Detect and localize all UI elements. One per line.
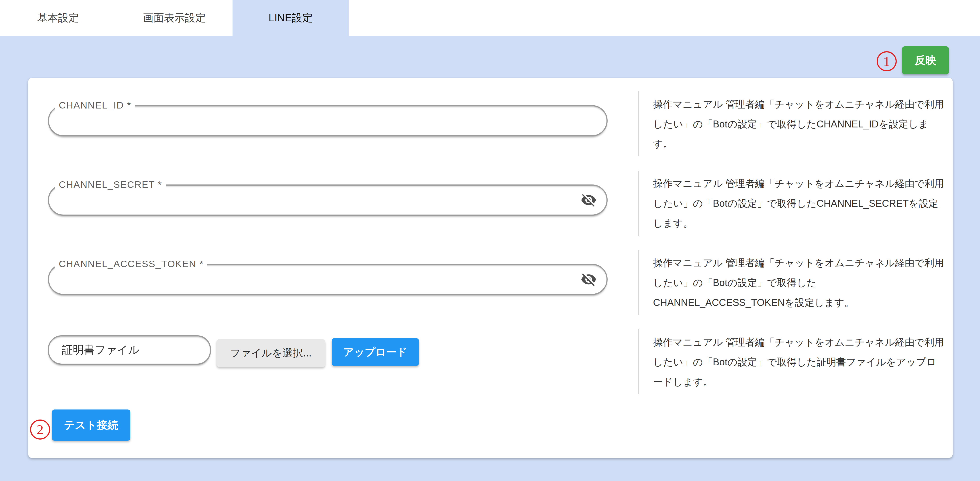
step-annotation-1-number: 1 — [883, 54, 890, 68]
certificate-help: 操作マニュアル 管理者編「チャットをオムニチャネル経由で利用 したい」の「Bot… — [638, 329, 949, 394]
tab-basic-settings[interactable]: 基本設定 — [0, 0, 116, 36]
upload-button[interactable]: アップロード — [332, 338, 419, 366]
step-annotation-2: 2 — [30, 419, 50, 440]
visibility-off-icon — [581, 271, 597, 287]
file-select-button[interactable]: ファイルを選択... — [216, 339, 325, 367]
channel-secret-help: 操作マニュアル 管理者編「チャットをオムニチャネル経由で利用 したい」の「Bot… — [638, 170, 949, 236]
step-annotation-2-number: 2 — [37, 423, 44, 436]
channel-access-token-input[interactable] — [61, 267, 570, 292]
channel-id-field[interactable]: CHANNEL_ID * — [48, 105, 608, 136]
channel-secret-input[interactable] — [61, 187, 570, 213]
channel-access-token-help-text: 操作マニュアル 管理者編「チャットをオムニチャネル経由で利用 したい」の「Bot… — [653, 253, 944, 312]
apply-button[interactable]: 反映 — [902, 46, 949, 75]
settings-card: CHANNEL_ID * 操作マニュアル 管理者編「チャットをオムニチャネル経由… — [28, 78, 953, 458]
channel-access-token-visibility-toggle[interactable] — [580, 271, 597, 288]
certificate-file-field[interactable]: 証明書ファイル — [48, 335, 211, 365]
content-area: 1 反映 CHANNEL_ID * 操作マニュアル 管理者編「チャットをオムニチ… — [0, 36, 980, 481]
tab-line-settings[interactable]: LINE設定 — [232, 0, 349, 36]
visibility-off-icon — [581, 192, 597, 208]
settings-tabbar: 基本設定 画面表示設定 LINE設定 — [0, 0, 980, 36]
channel-secret-field[interactable]: CHANNEL_SECRET * — [48, 185, 608, 216]
step-annotation-1: 1 — [877, 51, 897, 71]
test-connection-button[interactable]: テスト接続 — [52, 409, 130, 441]
channel-access-token-help: 操作マニュアル 管理者編「チャットをオムニチャネル経由で利用 したい」の「Bot… — [638, 250, 949, 315]
channel-access-token-field[interactable]: CHANNEL_ACCESS_TOKEN * — [48, 264, 608, 295]
channel-secret-help-text: 操作マニュアル 管理者編「チャットをオムニチャネル経由で利用 したい」の「Bot… — [653, 174, 944, 233]
tab-display-settings[interactable]: 画面表示設定 — [116, 0, 232, 36]
channel-secret-visibility-toggle[interactable] — [580, 191, 597, 209]
certificate-help-text: 操作マニュアル 管理者編「チャットをオムニチャネル経由で利用 したい」の「Bot… — [653, 332, 944, 392]
channel-id-help: 操作マニュアル 管理者編「チャットをオムニチャネル経由で利用 したい」の「Bot… — [638, 91, 949, 156]
certificate-file-label: 証明書ファイル — [62, 342, 139, 357]
channel-id-help-text: 操作マニュアル 管理者編「チャットをオムニチャネル経由で利用 したい」の「Bot… — [653, 94, 944, 154]
channel-id-input[interactable] — [61, 108, 570, 134]
